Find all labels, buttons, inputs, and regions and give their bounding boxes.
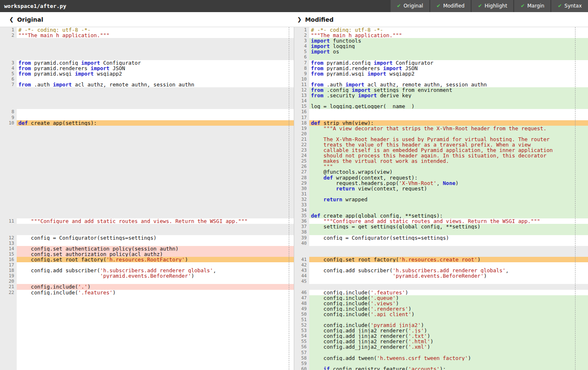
original-code-line [17,322,294,328]
diff-row: 12 config = Configurator(settings=settin… [0,235,588,241]
original-code-line: from pyramid.wsgi import wsgiapp2 [17,71,294,76]
original-code-line: 'pyramid.events.BeforeRender') [17,273,294,279]
diff-row: 816 [0,109,588,114]
toggle-label: Modified [443,0,464,12]
original-code-line [17,339,294,344]
modified-line-number: 12 [294,87,309,93]
diff-row: 12from .config import settings_from_envi… [0,87,588,93]
original-line-number [0,54,17,60]
original-code-line [17,355,294,361]
original-code-line [17,180,294,186]
modified-code-line [309,251,588,257]
modified-line-number: 18 [294,120,309,126]
original-code-line [17,328,294,333]
original-code-line [17,306,294,312]
check-icon: ✔ [520,0,525,12]
original-code-line [17,333,294,339]
modified-line-number: 35 [294,213,309,218]
diff-row: 54 config.add_jinja2_renderer('.txt') [0,333,588,339]
original-line-number [0,322,17,328]
diff-row: 7from .auth import acl_authz, remote_aut… [0,82,588,87]
original-code-line [17,76,294,82]
check-icon: ✔ [397,0,401,12]
diff-row: 49 config.include('.renderers') [0,306,588,312]
diff-row: 5import os [0,49,588,54]
chevron-left-icon: ❮ [9,16,14,23]
original-line-number [0,98,17,104]
toggle-label: Syntax [565,0,582,12]
original-line-number [0,317,17,322]
toggle-original-button[interactable]: ✔Original [391,0,429,12]
diff-row: 59 [0,361,588,366]
modified-line-number: 47 [294,295,309,301]
toggle-highlight-button[interactable]: ✔Highlight [472,0,513,12]
modified-code-line [309,350,588,355]
original-code-line [17,350,294,355]
modified-line-number: 20 [294,131,309,137]
modified-code-line: from .config import settings_from_enviro… [309,87,588,93]
modified-line-number: 57 [294,350,309,355]
modified-line-number: 31 [294,191,309,197]
toggle-margin-button[interactable]: ✔Margin [514,0,550,12]
modified-code-line: # -*- coding: utf-8 -*- [309,27,588,33]
modified-line-number: 41 [294,257,309,262]
diff-row: 50 config.include('.api_client') [0,312,588,317]
modified-code-line: config.add_tween('h.tweens.csrf_tween_fa… [309,355,588,361]
original-line-number: 11 [0,218,17,224]
original-line-number: 1 [0,27,17,33]
original-code-line [17,361,294,366]
original-code-line [17,87,294,93]
toggle-label: Original [404,0,423,12]
original-line-number [0,213,17,218]
modified-line-number: 16 [294,109,309,114]
original-line-number [0,191,17,197]
original-code-line [17,366,294,370]
modified-code-line: config = Configurator(settings=settings) [309,235,588,241]
modified-line-number: 25 [294,158,309,164]
modified-code-line [309,202,588,208]
original-line-number: 8 [0,109,17,114]
original-line-number: 17 [0,262,17,268]
check-icon: ✔ [437,0,441,12]
modified-line-number: 8 [294,66,309,71]
modified-line-number: 58 [294,355,309,361]
modified-code-line: The X-Vhm-Root header is used by Pyramid… [309,137,588,142]
modified-line-number [294,251,309,257]
diff-row: 15 config.set_authorization_policy(acl_a… [0,251,588,257]
original-line-number [0,131,17,137]
diff-row: 2"""The main h application."""2"""The ma… [0,33,588,38]
original-line-number [0,180,17,186]
original-code-line [17,175,294,180]
modified-line-number: 15 [294,104,309,109]
pane-headers: ❮ Original ❯ Modified [0,12,588,27]
modified-line-number: 6 [294,54,309,60]
original-line-number [0,229,17,235]
modified-code-line [309,109,588,114]
original-code-line [17,131,294,137]
modified-line-number: 33 [294,202,309,208]
original-line-number [0,137,17,142]
original-code-line [17,279,294,284]
diff-row: 29 request.headers.pop('X-Vhm-Root', Non… [0,180,588,186]
original-line-number [0,197,17,202]
diff-row: 56 config.add_jinja2_renderer('.xml') [0,344,588,350]
modified-code-line [309,241,588,246]
original-code-line: config.add_subscriber('h.subscribers.add… [17,268,294,273]
diff-row: 20 [0,131,588,137]
original-code-line: from pyramid.renderers import JSON [17,66,294,71]
modified-code-line: from .auth import acl_authz, remote_auth… [309,82,588,87]
toggle-syntax-button[interactable]: ✔Syntax [551,0,588,12]
toggle-modified-button[interactable]: ✔Modified [430,0,471,12]
original-pane-title: Original [17,16,43,23]
original-code-line: """The main h application.""" [17,33,294,38]
original-line-number: 19 [0,273,17,279]
modified-code-line: from pyramid.config import Configurator [309,60,588,66]
original-line-number [0,175,17,180]
modified-line-number: 11 [294,82,309,87]
original-code-line [17,191,294,197]
original-line-number [0,158,17,164]
original-line-number [0,333,17,339]
modified-line-number: 52 [294,322,309,328]
original-code-line [17,142,294,147]
original-code-line [17,43,294,49]
